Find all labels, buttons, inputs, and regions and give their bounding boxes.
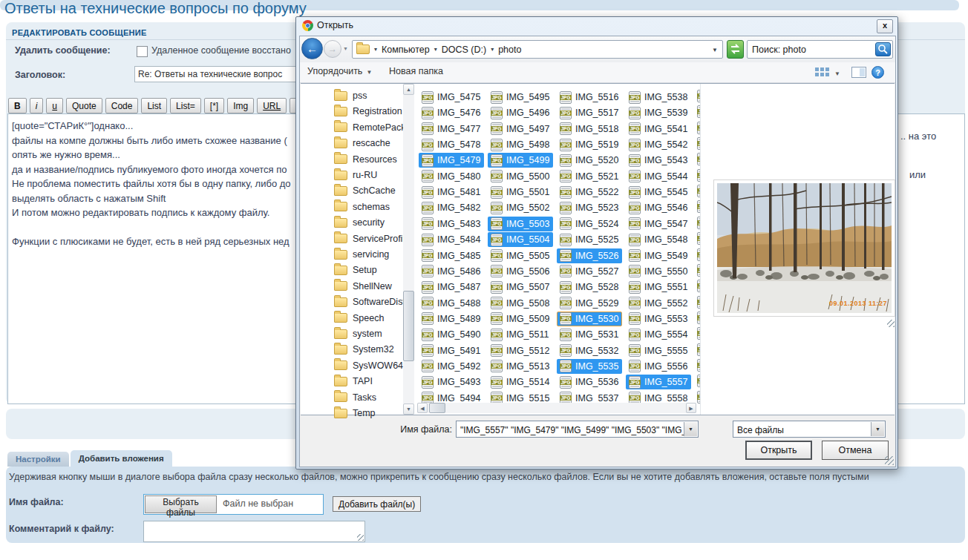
tree-folder-tapi[interactable]: TAPI bbox=[301, 374, 403, 389]
file-img_5487[interactable]: JPGIMG_5487 bbox=[419, 280, 484, 294]
file-img_5555[interactable]: JPGIMG_5555 bbox=[626, 343, 691, 358]
file-img_5532[interactable]: JPGIMG_5532 bbox=[557, 343, 622, 358]
close-icon[interactable]: x bbox=[877, 19, 893, 33]
file-img_5480[interactable]: JPGIMG_5480 bbox=[419, 169, 484, 184]
file-img_5535[interactable]: JPGIMG_5535 bbox=[557, 359, 622, 374]
tree-folder-tasks[interactable]: Tasks bbox=[301, 390, 403, 405]
bbcode-code-button[interactable]: Code bbox=[105, 98, 139, 113]
file-img_5497[interactable]: JPGIMG_5497 bbox=[488, 122, 553, 136]
preview-pane-toggle-icon[interactable] bbox=[851, 67, 866, 78]
bbcode-u-button[interactable]: u bbox=[46, 98, 63, 113]
file-img_5543[interactable]: JPGIMG_5543 bbox=[626, 153, 691, 168]
file-img_5518[interactable]: JPGIMG_5518 bbox=[557, 122, 622, 136]
file-img_5547[interactable]: JPGIMG_5547 bbox=[626, 217, 691, 231]
tree-folder-shellnew[interactable]: ShellNew bbox=[301, 279, 403, 294]
file-img_5513[interactable]: JPGIMG_5513 bbox=[488, 359, 553, 374]
bbcode-list-button[interactable]: List= bbox=[170, 98, 201, 113]
filetype-combo[interactable]: ▼ bbox=[733, 421, 886, 438]
file-img_5485[interactable]: JPGIMG_5485 bbox=[419, 248, 484, 263]
tree-folder-setup[interactable]: Setup bbox=[301, 263, 403, 277]
chevron-down-icon[interactable]: ▼ bbox=[871, 422, 884, 436]
file-img_5531[interactable]: JPGIMG_5531 bbox=[557, 327, 622, 342]
file-img_5551[interactable]: JPGIMG_5551 bbox=[626, 280, 691, 294]
chevron-down-icon[interactable]: ▼ bbox=[684, 422, 697, 436]
file-img_5504[interactable]: JPGIMG_5504 bbox=[488, 232, 553, 247]
preview-resize-grip[interactable] bbox=[887, 320, 895, 327]
tree-folder-remotepacka[interactable]: RemotePacka bbox=[301, 120, 403, 135]
search-box[interactable] bbox=[747, 40, 893, 59]
file-img_5527[interactable]: JPGIMG_5527 bbox=[557, 264, 622, 279]
file-img_5503[interactable]: JPGIMG_5503 bbox=[488, 217, 553, 231]
file-img_5541[interactable]: JPGIMG_5541 bbox=[626, 122, 691, 136]
file-img_5482[interactable]: JPGIMG_5482 bbox=[419, 200, 484, 215]
file-img_5525[interactable]: JPGIMG_5525 bbox=[557, 232, 622, 247]
file-img_5526[interactable]: JPGIMG_5526 bbox=[557, 248, 622, 263]
scroll-down-icon[interactable]: ▼ bbox=[403, 403, 414, 415]
file-img_5553[interactable]: JPGIMG_5553 bbox=[626, 312, 691, 326]
tree-folder-security[interactable]: security bbox=[301, 215, 403, 230]
file-img_5491[interactable]: JPGIMG_5491 bbox=[419, 343, 484, 358]
textarea-resize-grip[interactable] bbox=[357, 534, 364, 541]
dialog-resize-grip[interactable] bbox=[885, 456, 894, 465]
tree-folder-servicing[interactable]: servicing bbox=[301, 247, 403, 262]
breadcrumb-item[interactable]: DOCS (D:) bbox=[442, 45, 486, 55]
bbcode-img-button[interactable]: Img bbox=[227, 98, 254, 113]
file-img_5502[interactable]: JPGIMG_5502 bbox=[488, 200, 553, 215]
tree-scrollbar-thumb[interactable] bbox=[403, 291, 414, 361]
file-img_5550[interactable]: JPGIMG_5550 bbox=[626, 264, 691, 279]
tree-folder-ru-ru[interactable]: ru-RU bbox=[301, 168, 403, 182]
address-bar[interactable]: ▾Компьютер▾DOCS (D:)▾photo ▼ bbox=[352, 40, 723, 59]
file-img_5528[interactable]: JPGIMG_5528 bbox=[557, 280, 622, 294]
bbcode-b-button[interactable]: B bbox=[8, 98, 27, 113]
tree-scrollbar[interactable]: ▲ ▼ bbox=[403, 84, 414, 415]
filename-combo[interactable]: ▼ bbox=[456, 421, 699, 438]
change-view-dropdown-icon[interactable]: ▼ bbox=[834, 70, 840, 77]
breadcrumb-item[interactable]: photo bbox=[498, 45, 521, 55]
file-img_5500[interactable]: JPGIMG_5500 bbox=[488, 169, 553, 184]
bbcode-url-button[interactable]: URL bbox=[257, 98, 287, 113]
tree-folder-rescache[interactable]: rescache bbox=[301, 136, 403, 151]
tree-folder-system32[interactable]: System32 bbox=[301, 342, 403, 357]
file-img_5514[interactable]: JPGIMG_5514 bbox=[488, 375, 553, 389]
tab-settings[interactable]: Настройки bbox=[7, 452, 69, 467]
filetype-value[interactable] bbox=[736, 423, 872, 437]
file-img_5506[interactable]: JPGIMG_5506 bbox=[488, 264, 553, 279]
file-img_5493[interactable]: JPGIMG_5493 bbox=[419, 375, 484, 389]
tree-folder-temp[interactable]: Temp bbox=[301, 406, 403, 421]
file-img_5509[interactable]: JPGIMG_5509 bbox=[488, 312, 553, 326]
tree-folder-registration[interactable]: Registration bbox=[301, 104, 403, 119]
nav-history-dropdown-icon[interactable]: ▼ bbox=[343, 46, 348, 51]
file-img_5519[interactable]: JPGIMG_5519 bbox=[557, 137, 622, 152]
file-img_5496[interactable]: JPGIMG_5496 bbox=[488, 105, 553, 120]
file-img_5508[interactable]: JPGIMG_5508 bbox=[488, 296, 553, 311]
file-img_5529[interactable]: JPGIMG_5529 bbox=[557, 296, 622, 311]
tree-folder-speech[interactable]: Speech bbox=[301, 311, 403, 326]
file-img_5477[interactable]: JPGIMG_5477 bbox=[419, 122, 484, 136]
tree-folder-schcache[interactable]: SchCache bbox=[301, 183, 403, 198]
search-icon[interactable] bbox=[875, 42, 891, 56]
file-img_5523[interactable]: JPGIMG_5523 bbox=[557, 200, 622, 215]
file-img_5478[interactable]: JPGIMG_5478 bbox=[419, 137, 484, 152]
tree-folder-pss[interactable]: pss bbox=[301, 88, 403, 103]
cancel-button[interactable]: Отмена bbox=[822, 441, 889, 460]
open-button[interactable]: Открыть bbox=[745, 441, 812, 460]
file-img_5490[interactable]: JPGIMG_5490 bbox=[419, 327, 484, 342]
tree-folder-schemas[interactable]: schemas bbox=[301, 200, 403, 214]
file-img_5481[interactable]: JPGIMG_5481 bbox=[419, 185, 484, 200]
file-img_5476[interactable]: JPGIMG_5476 bbox=[419, 105, 484, 120]
add-files-button[interactable]: Добавить файл(ы) bbox=[333, 496, 421, 512]
bbcode-list-button[interactable]: List bbox=[141, 98, 167, 113]
file-img_5554[interactable]: JPGIMG_5554 bbox=[626, 327, 691, 342]
new-folder-button[interactable]: Новая папка bbox=[389, 66, 443, 76]
file-img_5556[interactable]: JPGIMG_5556 bbox=[626, 359, 691, 374]
tree-folder-serviceprofile[interactable]: ServiceProfile bbox=[301, 231, 403, 246]
file-img_5512[interactable]: JPGIMG_5512 bbox=[488, 343, 553, 358]
file-img_5520[interactable]: JPGIMG_5520 bbox=[557, 153, 622, 168]
bbcode--button[interactable]: [*] bbox=[204, 98, 224, 113]
file-img_5542[interactable]: JPGIMG_5542 bbox=[626, 137, 691, 152]
scroll-up-icon[interactable]: ▲ bbox=[403, 84, 414, 95]
file-img_5507[interactable]: JPGIMG_5507 bbox=[488, 280, 553, 294]
file-img_5539[interactable]: JPGIMG_5539 bbox=[626, 105, 691, 120]
file-img_5492[interactable]: JPGIMG_5492 bbox=[419, 359, 484, 374]
tree-folder-softwaredistr[interactable]: SoftwareDistr bbox=[301, 294, 403, 309]
